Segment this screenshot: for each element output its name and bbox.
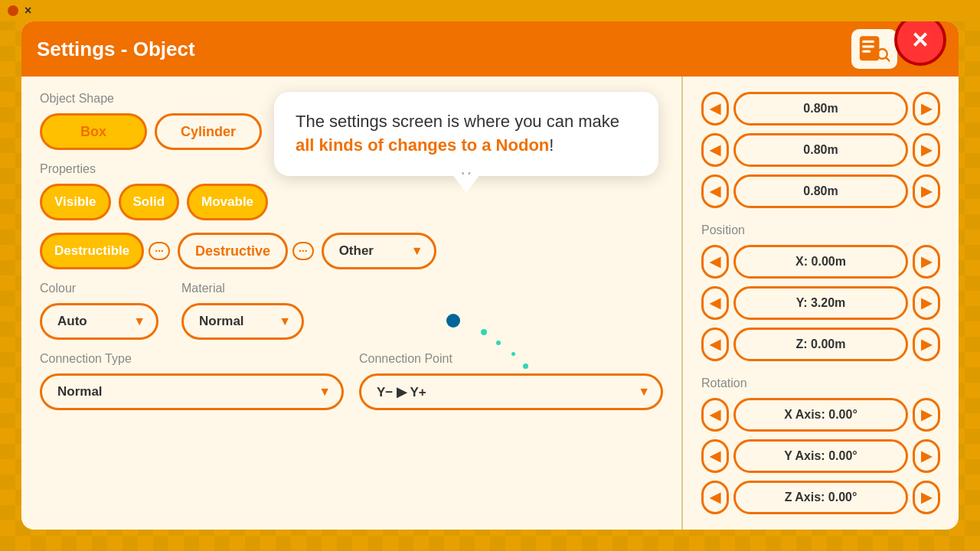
- rotation-label: Rotation: [701, 377, 940, 390]
- connection-point-dropdown[interactable]: Y− ▶ Y+ ▼: [359, 373, 663, 410]
- rotation-y-increment[interactable]: ▶: [913, 439, 940, 473]
- connection-point-value: Y− ▶ Y+: [377, 384, 426, 400]
- rotation-x-value: X Axis: 0.00°: [733, 398, 908, 432]
- svg-rect-1: [862, 41, 874, 43]
- position-y-decrement[interactable]: ◀: [701, 286, 729, 320]
- size-z-row: ◀ 0.80m ▶: [701, 174, 940, 208]
- rotation-section: Rotation ◀ X Axis: 0.00° ▶ ◀ Y Axis: 0.0…: [701, 377, 940, 514]
- property-buttons-row1: Visible Solid Movable: [40, 184, 663, 220]
- connection-type-dropdown[interactable]: Normal ▼: [40, 373, 344, 410]
- colour-section: Colour Auto ▼: [40, 282, 158, 340]
- position-z-increment[interactable]: ▶: [913, 328, 940, 361]
- material-dropdown-arrow-icon: ▼: [279, 315, 291, 328]
- page-title: Settings - Object: [37, 37, 851, 61]
- connection-type-value: Normal: [57, 384, 103, 399]
- colour-label: Colour: [40, 282, 158, 295]
- material-value: Normal: [199, 314, 244, 329]
- rotation-z-value: Z Axis: 0.00°: [733, 481, 908, 514]
- properties-section: Properties Visible Solid Movable Destruc…: [40, 162, 663, 269]
- rotation-z-increment[interactable]: ▶: [913, 481, 940, 514]
- rotation-x-row: ◀ X Axis: 0.00° ▶: [701, 398, 940, 432]
- position-x-decrement[interactable]: ◀: [701, 245, 729, 279]
- size-x-increment[interactable]: ▶: [913, 92, 940, 126]
- tooltip-highlight: all kinds of changes to a Nodon: [296, 135, 549, 155]
- top-bar-dot: [8, 5, 18, 16]
- sparkle-1: [481, 329, 487, 335]
- material-dropdown[interactable]: Normal ▼: [181, 303, 304, 340]
- position-z-row: ◀ Z: 0.00m ▶: [701, 328, 940, 361]
- rotation-z-decrement[interactable]: ◀: [701, 481, 729, 514]
- destructible-button[interactable]: Destructible: [40, 233, 144, 269]
- position-y-row: ◀ Y: 3.20m ▶: [701, 286, 940, 320]
- connection-type-arrow-icon: ▼: [318, 385, 331, 399]
- colour-material-row: Colour Auto ▼ Material Normal ▼: [40, 282, 663, 340]
- position-y-value: Y: 3.20m: [733, 286, 908, 320]
- sparkle-2: [496, 341, 501, 345]
- colour-dropdown[interactable]: Auto ▼: [40, 303, 158, 340]
- position-x-increment[interactable]: ▶: [913, 245, 940, 279]
- header: Settings - Object ×: [21, 21, 959, 77]
- destructive-container: Destructive ···: [178, 233, 314, 269]
- size-x-decrement[interactable]: ◀: [701, 92, 729, 126]
- size-z-increment[interactable]: ▶: [913, 174, 940, 208]
- destructible-dots-button[interactable]: ···: [149, 242, 170, 260]
- sparkle-3: [511, 352, 515, 356]
- rotation-y-value: Y Axis: 0.00°: [733, 439, 908, 473]
- rotation-x-increment[interactable]: ▶: [913, 398, 940, 432]
- colour-dropdown-arrow-icon: ▼: [133, 315, 145, 328]
- position-label: Position: [701, 223, 940, 237]
- left-panel: Object Shape Box Cylinder Properties Vis…: [21, 77, 683, 530]
- top-bar-close[interactable]: ×: [24, 4, 31, 18]
- material-section: Material Normal ▼: [181, 282, 304, 340]
- property-buttons-row2: Destructible ··· Destructive ··· Other ▼: [40, 233, 663, 269]
- tooltip-text-part2: !: [549, 135, 554, 155]
- destructive-dots-button[interactable]: ···: [292, 242, 314, 260]
- close-icon: ×: [912, 26, 928, 54]
- position-section: Position ◀ X: 0.00m ▶ ◀ Y: 3.20m ▶ ◀ Z: …: [701, 223, 940, 361]
- speech-bubble-tooltip: The settings screen is where you can mak…: [274, 92, 658, 176]
- connection-type-label: Connection Type: [40, 352, 344, 366]
- box-button[interactable]: Box: [40, 113, 147, 150]
- position-x-row: ◀ X: 0.00m ▶: [701, 245, 940, 279]
- right-panel: ◀ 0.80m ▶ ◀ 0.80m ▶ ◀ 0.80m: [683, 77, 959, 530]
- size-z-decrement[interactable]: ◀: [701, 174, 729, 208]
- sparkle-4: [523, 364, 528, 369]
- movable-button[interactable]: Movable: [187, 184, 268, 220]
- cylinder-button[interactable]: Cylinder: [155, 113, 262, 150]
- rotation-x-decrement[interactable]: ◀: [701, 398, 729, 432]
- material-label: Material: [181, 282, 304, 295]
- connection-row: Connection Type Normal ▼ Connection Poin…: [40, 352, 663, 410]
- top-bar: ×: [0, 0, 980, 21]
- position-z-decrement[interactable]: ◀: [701, 328, 729, 361]
- svg-rect-0: [861, 37, 879, 60]
- rotation-y-decrement[interactable]: ◀: [701, 439, 729, 473]
- position-y-increment[interactable]: ▶: [913, 286, 940, 320]
- size-y-increment[interactable]: ▶: [913, 133, 940, 167]
- svg-rect-3: [862, 51, 871, 53]
- help-icon-button[interactable]: [851, 29, 897, 69]
- svg-line-5: [886, 57, 890, 61]
- bubble-chevron-icon[interactable]: ∨: [459, 164, 473, 190]
- size-x-value: 0.80m: [733, 92, 908, 126]
- solid-button[interactable]: Solid: [119, 184, 180, 220]
- other-dropdown-value: Other: [339, 243, 374, 259]
- visible-button[interactable]: Visible: [40, 184, 111, 220]
- colour-value: Auto: [57, 314, 87, 329]
- connection-point-arrow-icon: ▼: [638, 385, 650, 399]
- size-z-value: 0.80m: [733, 174, 908, 208]
- blue-dot-indicator: [446, 314, 460, 328]
- tooltip-text-part1: The settings screen is where you can mak…: [296, 112, 619, 131]
- close-button[interactable]: ×: [894, 21, 946, 66]
- svg-rect-2: [862, 45, 874, 47]
- size-y-decrement[interactable]: ◀: [701, 133, 729, 167]
- connection-type-section: Connection Type Normal ▼: [40, 352, 344, 410]
- position-x-value: X: 0.00m: [733, 245, 908, 279]
- other-dropdown[interactable]: Other ▼: [322, 233, 436, 269]
- rotation-z-row: ◀ Z Axis: 0.00° ▶: [701, 481, 940, 514]
- size-section: ◀ 0.80m ▶ ◀ 0.80m ▶ ◀ 0.80m: [701, 92, 940, 208]
- size-y-value: 0.80m: [733, 133, 908, 167]
- rotation-y-row: ◀ Y Axis: 0.00° ▶: [701, 439, 940, 473]
- destructive-button[interactable]: Destructive: [178, 233, 288, 269]
- position-z-value: Z: 0.00m: [733, 328, 908, 361]
- size-x-row: ◀ 0.80m ▶: [701, 92, 940, 126]
